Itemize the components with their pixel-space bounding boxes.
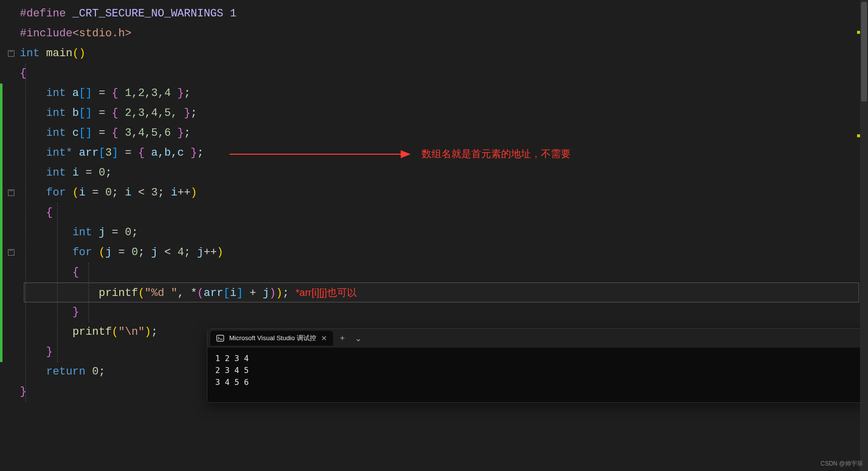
terminal-tabs: Microsoft Visual Studio 调试控 ✕ + ⌄ [207, 329, 864, 348]
code-line[interactable]: } [20, 302, 868, 322]
terminal-tab-title: Microsoft Visual Studio 调试控 [229, 334, 316, 343]
parens: () [73, 47, 86, 60]
array-annotation: 数组名就是首元素的地址，不需要 [422, 147, 571, 161]
scrollbar-thumb[interactable] [861, 2, 867, 101]
code-line[interactable]: for (j = 0; j < 4; j++) [20, 243, 868, 263]
terminal-output[interactable]: 1 2 3 4 2 3 4 5 3 4 5 6 [207, 348, 864, 393]
code-line[interactable]: { [20, 263, 868, 283]
scroll-marker [857, 134, 860, 137]
change-marker [0, 84, 2, 362]
close-tab-button[interactable]: ✕ [321, 334, 327, 342]
debug-console: Microsoft Visual Studio 调试控 ✕ + ⌄ 1 2 3 … [207, 328, 864, 403]
include-keyword: #include [20, 27, 73, 40]
fold-toggle-main[interactable] [8, 50, 14, 57]
indent-guide [57, 203, 58, 362]
main-fn: main [40, 47, 73, 60]
macro-name: _CRT_SECURE_NO_WARNINGS 1 [66, 7, 236, 20]
code-line[interactable]: int b[] = { 2,3,4,5, }; [20, 103, 868, 123]
code-line[interactable]: int c[] = { 3,4,5,6 }; [20, 123, 868, 143]
code-line[interactable]: { [20, 64, 868, 84]
terminal-tab[interactable]: Microsoft Visual Studio 调试控 ✕ [210, 331, 333, 346]
code-line[interactable]: for (i = 0; i < 3; i++) [20, 183, 868, 203]
code-line[interactable]: int main() [20, 44, 868, 64]
inline-annotation: *arr[i][j]也可以 [296, 287, 357, 298]
code-line[interactable]: int j = 0; [20, 223, 868, 243]
code-line[interactable]: printf("%d ", *(arr[i] + j)); *arr[i][j]… [20, 283, 868, 302]
indent-guide [25, 64, 26, 402]
fold-toggle-for-inner[interactable] [8, 249, 14, 256]
console-icon [216, 334, 224, 342]
add-tab-button[interactable]: + [336, 334, 349, 343]
code-line[interactable]: #include<stdio.h> [20, 24, 868, 44]
svg-rect-2 [217, 335, 224, 341]
type-int: int [20, 47, 40, 60]
indent-guide [88, 263, 89, 322]
watermark: CSDN @帅宇菲 [820, 460, 863, 468]
define-keyword: #define [20, 7, 66, 20]
header-name: <stdio.h> [73, 27, 132, 40]
scroll-marker [857, 31, 860, 34]
code-line[interactable]: { [20, 203, 868, 223]
tab-dropdown-button[interactable]: ⌄ [352, 334, 365, 343]
code-line[interactable]: #define _CRT_SECURE_NO_WARNINGS 1 [20, 4, 868, 24]
fold-toggle-for-outer[interactable] [8, 189, 14, 196]
code-line[interactable]: int a[] = { 1,2,3,4 }; [20, 84, 868, 103]
vertical-scrollbar[interactable] [860, 0, 868, 471]
code-line[interactable]: int i = 0; [20, 163, 868, 183]
